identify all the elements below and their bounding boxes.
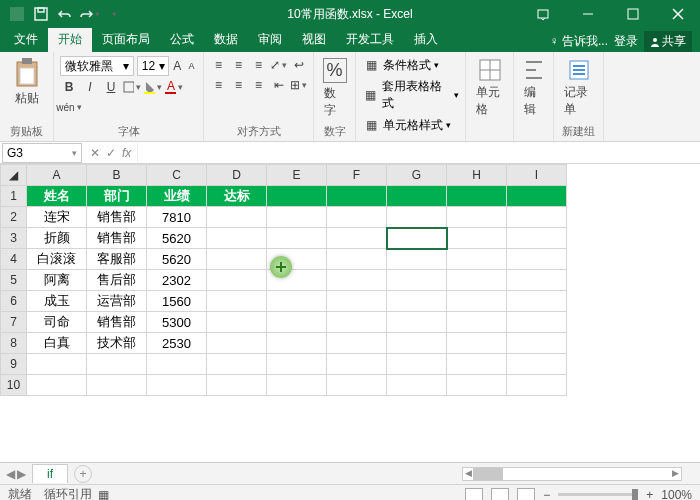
name-box[interactable]: G3▾	[2, 143, 82, 163]
row-header[interactable]: 8	[1, 333, 27, 354]
svg-point-8	[653, 38, 657, 42]
svg-rect-1	[35, 8, 47, 20]
col-header-f[interactable]: F	[327, 165, 387, 186]
align-top-icon[interactable]: ≡	[210, 56, 227, 74]
wrap-text-icon[interactable]: ↩	[290, 56, 307, 74]
align-bottom-icon[interactable]: ≡	[250, 56, 267, 74]
align-right-icon[interactable]: ≡	[250, 76, 267, 94]
qat-customize-icon[interactable]	[102, 3, 124, 25]
grow-font-icon[interactable]: A	[172, 59, 183, 73]
selected-cell[interactable]	[387, 228, 447, 249]
tab-next-icon[interactable]: ▶	[17, 467, 26, 481]
tell-me[interactable]: ♀ 告诉我...	[550, 33, 608, 50]
view-pagebreak-icon[interactable]	[517, 488, 535, 501]
cell[interactable]: 业绩	[147, 186, 207, 207]
tab-layout[interactable]: 页面布局	[92, 27, 160, 52]
number-format-button[interactable]: % 数字	[320, 56, 349, 121]
row-header[interactable]: 10	[1, 375, 27, 396]
col-header-h[interactable]: H	[447, 165, 507, 186]
phonetic-button[interactable]: wén	[60, 98, 78, 116]
font-size-select[interactable]: 12▾	[137, 56, 169, 76]
window-controls	[520, 0, 700, 28]
edit-button[interactable]: 编辑	[520, 56, 547, 120]
row-header[interactable]: 6	[1, 291, 27, 312]
align-left-icon[interactable]: ≡	[210, 76, 227, 94]
border-button[interactable]	[123, 78, 141, 96]
tab-home[interactable]: 开始	[48, 27, 92, 52]
align-middle-icon[interactable]: ≡	[230, 56, 247, 74]
zoom-slider[interactable]	[558, 493, 638, 496]
align-center-icon[interactable]: ≡	[230, 76, 247, 94]
fill-color-button[interactable]	[144, 78, 162, 96]
cancel-icon[interactable]: ✕	[90, 146, 100, 160]
merge-button[interactable]: ⊞	[290, 76, 307, 94]
row-header[interactable]: 9	[1, 354, 27, 375]
col-header-e[interactable]: E	[267, 165, 327, 186]
maximize-button[interactable]	[610, 0, 655, 28]
new-sheet-button[interactable]: +	[74, 465, 92, 483]
tab-dev[interactable]: 开发工具	[336, 27, 404, 52]
conditional-format-button[interactable]: ▦条件格式▾	[362, 56, 459, 74]
row-header[interactable]: 2	[1, 207, 27, 228]
col-header-i[interactable]: I	[507, 165, 567, 186]
share-button[interactable]: 共享	[644, 31, 692, 52]
tab-data[interactable]: 数据	[204, 27, 248, 52]
fx-icon[interactable]: fx	[122, 146, 131, 160]
select-all-corner[interactable]: ◢	[1, 165, 27, 186]
col-header-c[interactable]: C	[147, 165, 207, 186]
tab-formula[interactable]: 公式	[160, 27, 204, 52]
horizontal-scrollbar[interactable]: ◀▶	[462, 467, 682, 481]
cells-button[interactable]: 单元格	[472, 56, 507, 120]
row-header[interactable]: 3	[1, 228, 27, 249]
redo-icon[interactable]	[78, 3, 100, 25]
col-header-d[interactable]: D	[207, 165, 267, 186]
cell[interactable]: 姓名	[27, 186, 87, 207]
tab-prev-icon[interactable]: ◀	[6, 467, 15, 481]
ribbon-options-icon[interactable]	[520, 0, 565, 28]
row-header[interactable]: 5	[1, 270, 27, 291]
status-ready: 就绪	[8, 486, 32, 500]
tab-view[interactable]: 视图	[292, 27, 336, 52]
svg-rect-11	[20, 68, 34, 84]
row-header[interactable]: 4	[1, 249, 27, 270]
zoom-in-button[interactable]: +	[646, 488, 653, 501]
sheet-tab[interactable]: if	[32, 464, 68, 483]
view-layout-icon[interactable]	[491, 488, 509, 501]
shrink-font-icon[interactable]: A	[186, 59, 197, 73]
view-normal-icon[interactable]	[465, 488, 483, 501]
zoom-level[interactable]: 100%	[661, 488, 692, 501]
italic-button[interactable]: I	[81, 78, 99, 96]
ribbon: 粘贴 剪贴板 微软雅黑▾ 12▾ A A B I U A wén 字体	[0, 52, 700, 142]
close-button[interactable]	[655, 0, 700, 28]
save-icon[interactable]	[30, 3, 52, 25]
formula-input[interactable]	[137, 143, 700, 163]
col-header-b[interactable]: B	[87, 165, 147, 186]
paste-button[interactable]: 粘贴	[6, 56, 47, 109]
minimize-button[interactable]	[565, 0, 610, 28]
col-header-a[interactable]: A	[27, 165, 87, 186]
cell[interactable]: 达标	[207, 186, 267, 207]
worksheet-grid[interactable]: ◢ ABCDEFGHI 1姓名部门业绩达标 2连宋销售部7810 3折颜销售部5…	[0, 164, 700, 462]
cell-styles-button[interactable]: ▦单元格样式▾	[362, 116, 459, 134]
row-header[interactable]: 1	[1, 186, 27, 207]
font-color-button[interactable]: A	[165, 78, 183, 96]
font-name-select[interactable]: 微软雅黑▾	[60, 56, 134, 76]
record-group-label: 新建组	[560, 122, 597, 139]
tab-insert[interactable]: 插入	[404, 27, 448, 52]
row-header[interactable]: 7	[1, 312, 27, 333]
record-button[interactable]: 记录单	[560, 56, 597, 120]
undo-icon[interactable]	[54, 3, 76, 25]
col-header-g[interactable]: G	[387, 165, 447, 186]
orientation-icon[interactable]: ⤢	[270, 56, 287, 74]
enter-icon[interactable]: ✓	[106, 146, 116, 160]
cell[interactable]: 部门	[87, 186, 147, 207]
record-macro-icon[interactable]: ▦	[98, 488, 109, 501]
table-format-button[interactable]: ▦套用表格格式▾	[362, 78, 459, 112]
indent-dec-icon[interactable]: ⇤	[270, 76, 287, 94]
underline-button[interactable]: U	[102, 78, 120, 96]
zoom-out-button[interactable]: −	[543, 488, 550, 501]
tab-file[interactable]: 文件	[4, 27, 48, 52]
bold-button[interactable]: B	[60, 78, 78, 96]
login-link[interactable]: 登录	[614, 33, 638, 50]
tab-review[interactable]: 审阅	[248, 27, 292, 52]
